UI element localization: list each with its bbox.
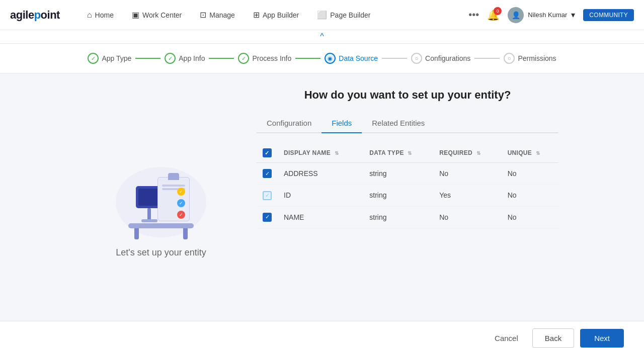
sort-display-name-icon[interactable]: ⇅ [335,150,339,156]
stepper: ✓ App Type ✓ App Info ✓ Process Info ◉ D… [0,44,644,73]
manage-icon: ⊡ [200,10,206,20]
row-address-checkbox-cell [257,163,278,185]
community-button[interactable]: COMMUNITY [583,9,634,21]
row-address-checkbox[interactable] [263,169,272,178]
connector-4 [382,58,407,59]
unique-header: UNIQUE [508,149,532,156]
connector-3 [295,58,320,59]
step-label-data-source: Data Source [339,54,378,62]
required-header: REQUIRED [439,149,472,156]
row-name-type: string [363,206,433,228]
top-navigation: agilepoint ⌂ Home ▣ Work Center ⊡ Manage… [0,0,644,30]
monitor-icon: ▣ [132,10,139,20]
step-circle-configurations: ○ [411,53,422,64]
row-name-required: No [433,206,501,228]
notification-button[interactable]: 🔔 0 [487,9,500,21]
step-process-info: ✓ Process Info [238,53,291,64]
back-button[interactable]: Back [532,328,574,348]
step-configurations: ○ Configurations [411,53,470,64]
avatar: 👤 [508,7,524,23]
nav-home-label: Home [95,11,114,19]
logo-text: agilepoint [10,9,60,22]
row-id-type: string [363,185,433,206]
app-builder-icon: ⊞ [253,10,260,20]
entity-title: How do you want to set up your entity? [257,89,558,102]
nav-app-builder-label: App Builder [263,11,299,19]
notification-badge: 0 [494,7,502,15]
step-label-configurations: Configurations [425,54,470,62]
table-row: ADDRESS string No No [257,163,558,185]
logo[interactable]: agilepoint [10,9,60,22]
connector-2 [209,58,234,59]
tab-fields[interactable]: Fields [321,114,362,133]
home-icon: ⌂ [87,11,92,20]
sort-unique-icon[interactable]: ⇅ [536,150,540,156]
nav-work-center[interactable]: ▣ Work Center [125,6,189,24]
display-name-header: DISPLAY NAME [284,149,331,156]
setup-label: Let's set up your entity [116,247,206,258]
cancel-button[interactable]: Cancel [487,329,526,347]
col-display-name: DISPLAY NAME ⇅ [278,143,363,163]
step-app-type: ✓ App Type [88,53,131,64]
chevron-down-icon: ▾ [571,10,575,20]
nav-manage-label: Manage [209,11,235,19]
chevron-up-icon: ^ [320,32,324,41]
collapse-button[interactable]: ^ [320,32,324,41]
step-circle-app-info: ✓ [165,53,176,64]
footer: Cancel Back Next [0,321,644,348]
right-panel: How do you want to set up your entity? C… [257,89,558,306]
sort-data-type-icon[interactable]: ⇅ [408,150,412,156]
select-all-checkbox[interactable] [263,148,272,157]
nav-app-builder[interactable]: ⊞ App Builder [246,6,306,24]
left-panel: ✓ ✓ ✓ Let's set up your entity [86,89,257,306]
nav-manage[interactable]: ⊡ Manage [193,6,242,24]
nav-page-builder[interactable]: ⬜ Page Builder [310,6,377,24]
col-unique: UNIQUE ⇅ [502,143,558,163]
data-type-header: DATA TYPE [369,149,404,156]
step-permissions: ○ Permissions [504,53,556,64]
step-circle-process-info: ✓ [238,53,249,64]
row-name-checkbox[interactable] [263,213,272,222]
step-label-app-type: App Type [102,54,131,62]
row-id-checkbox[interactable] [263,191,272,200]
table-row: NAME string No No [257,206,558,228]
collapse-bar: ^ [0,30,644,44]
row-name-checkbox-cell [257,206,278,228]
row-name-unique: No [502,206,558,228]
tab-configuration[interactable]: Configuration [257,114,321,133]
tab-related-entities[interactable]: Related Entities [362,114,435,133]
col-required: REQUIRED ⇅ [433,143,501,163]
username-label: Nilesh Kumar [528,11,567,19]
row-name-name: NAME [278,206,363,228]
row-address-required: No [433,163,501,185]
step-data-source: ◉ Data Source [325,53,378,64]
page-builder-icon: ⬜ [317,10,327,20]
row-id-unique: No [502,185,558,206]
user-menu[interactable]: 👤 Nilesh Kumar ▾ [508,7,575,23]
connector-5 [474,58,500,59]
nav-work-center-label: Work Center [142,11,182,19]
sort-required-icon[interactable]: ⇅ [476,150,480,156]
nav-right: ••• 🔔 0 👤 Nilesh Kumar ▾ COMMUNITY [468,7,634,23]
nav-home[interactable]: ⌂ Home [80,7,121,24]
step-app-info: ✓ App Info [165,53,205,64]
nav-items: ⌂ Home ▣ Work Center ⊡ Manage ⊞ App Buil… [80,6,468,24]
next-button[interactable]: Next [580,329,624,347]
step-circle-app-type: ✓ [88,53,99,64]
col-data-type: DATA TYPE ⇅ [363,143,433,163]
step-circle-permissions: ○ [504,53,515,64]
table-header-row: DISPLAY NAME ⇅ DATA TYPE ⇅ REQUIRED ⇅ UN… [257,143,558,163]
row-id-required: Yes [433,185,501,206]
connector-1 [135,58,160,59]
col-checkbox [257,143,278,163]
main-content: ✓ ✓ ✓ Let's set up your entity How do yo… [0,73,644,321]
table-row: ID string Yes No [257,185,558,206]
fields-table: DISPLAY NAME ⇅ DATA TYPE ⇅ REQUIRED ⇅ UN… [257,143,558,228]
nav-more-button[interactable]: ••• [468,9,479,21]
row-id-checkbox-cell [257,185,278,206]
nav-page-builder-label: Page Builder [330,11,370,19]
row-id-name: ID [278,185,363,206]
entity-tabs: Configuration Fields Related Entities [257,114,558,133]
row-address-type: string [363,163,433,185]
row-address-name: ADDRESS [278,163,363,185]
